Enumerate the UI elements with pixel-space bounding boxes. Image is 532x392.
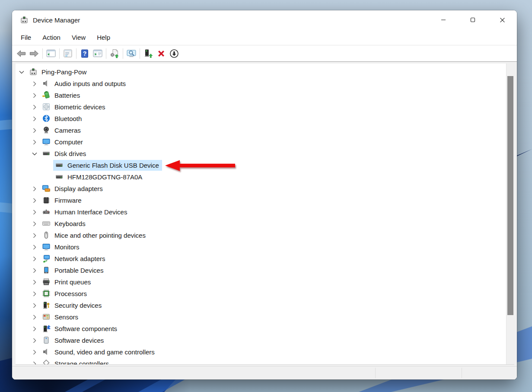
tree-item-storage-controllers[interactable]: Storage controllers (16, 358, 514, 365)
show-action-pane-icon[interactable] (91, 47, 104, 60)
chevron-right-icon[interactable] (32, 244, 38, 250)
chevron-right-icon[interactable] (32, 81, 38, 87)
minimize-button[interactable] (434, 13, 453, 26)
tree-item-label: Display adapters (54, 185, 103, 192)
tree-item-hfm128[interactable]: HFM128GDGTNG-87A0A (16, 171, 514, 183)
tree-item-cameras[interactable]: Cameras (16, 124, 514, 136)
chevron-right-icon[interactable] (32, 268, 38, 274)
tree-item-bluetooth[interactable]: Bluetooth (16, 113, 514, 124)
tree-item-firmware[interactable]: Firmware (16, 194, 514, 206)
tree-item-biometric[interactable]: Biometric devices (16, 101, 514, 113)
tree-item-label: Biometric devices (54, 103, 105, 111)
mouse-icon (42, 231, 51, 239)
chevron-right-icon[interactable] (32, 221, 38, 227)
forward-arrow-icon[interactable] (28, 47, 41, 60)
scan-for-hardware-changes-icon[interactable] (108, 47, 121, 60)
tree-item-print-queues[interactable]: Print queues (16, 276, 514, 288)
show-console-tree-icon[interactable] (45, 47, 57, 60)
tree-item-label: Batteries (54, 92, 80, 99)
chevron-right-icon[interactable] (32, 291, 38, 297)
tree-item-root[interactable]: Ping-Pang-Pow (16, 66, 514, 78)
computer-device-icon (29, 67, 38, 76)
chevron-right-icon[interactable] (32, 361, 38, 365)
tree-item-label: Network adapters (54, 255, 105, 262)
content-area: Ping-Pang-Pow Audio inputs and outputs B… (12, 61, 517, 379)
tree-list: Ping-Pang-Pow Audio inputs and outputs B… (16, 64, 514, 365)
chevron-right-icon[interactable] (32, 256, 38, 262)
disk-drive-icon (42, 149, 51, 158)
help-icon[interactable]: ? (78, 47, 91, 60)
chevron-right-icon[interactable] (32, 104, 38, 110)
menu-view[interactable]: View (72, 34, 86, 41)
desktop: Device Manager File Action View Help (0, 0, 532, 392)
tree-item-label: Portable Devices (54, 267, 103, 274)
chevron-right-icon[interactable] (32, 233, 38, 239)
tree-item-network-adapters[interactable]: Network adapters (16, 253, 514, 265)
chevron-right-icon[interactable] (32, 303, 38, 309)
menu-file[interactable]: File (21, 34, 31, 41)
chevron-down-icon[interactable] (32, 151, 38, 157)
menu-action[interactable]: Action (42, 34, 61, 41)
chevron-right-icon[interactable] (32, 116, 38, 122)
chevron-right-icon[interactable] (32, 139, 38, 145)
chevron-right-icon[interactable] (32, 127, 38, 134)
tree-item-label: Generic Flash Disk USB Device (67, 162, 159, 169)
chevron-right-icon[interactable] (32, 338, 38, 344)
tree-item-software-devices[interactable]: Software devices (16, 335, 514, 346)
portable-device-icon (42, 266, 51, 274)
back-arrow-icon[interactable] (15, 47, 28, 60)
tree-item-computer[interactable]: Computer (16, 136, 514, 148)
network-adapter-icon (42, 254, 51, 263)
tree-item-mice[interactable]: Mice and other pointing devices (16, 229, 514, 241)
tree-item-processors[interactable]: Processors (16, 288, 514, 300)
tree-item-hid[interactable]: Human Interface Devices (16, 206, 514, 218)
tree-item-label: Firmware (54, 197, 82, 204)
chevron-right-icon[interactable] (32, 326, 38, 332)
search-devices-icon[interactable] (125, 47, 138, 60)
chevron-right-icon[interactable] (32, 209, 38, 215)
monitor-icon (42, 137, 51, 146)
chevron-right-icon[interactable] (32, 349, 38, 355)
close-button[interactable] (493, 13, 512, 26)
speaker-icon (42, 347, 51, 356)
tree-item-batteries[interactable]: Batteries (16, 89, 514, 101)
tree-item-portable-devices[interactable]: Portable Devices (16, 265, 514, 276)
tree-item-keyboards[interactable]: Keyboards (16, 218, 514, 229)
uninstall-device-icon[interactable] (155, 47, 168, 60)
scrollbar-thumb[interactable] (507, 76, 513, 315)
tree-item-sound-controllers[interactable]: Sound, video and game controllers (16, 346, 514, 358)
chevron-right-icon[interactable] (32, 279, 38, 285)
tree-item-disk-drives[interactable]: Disk drives (16, 148, 514, 159)
toolbar: ? (12, 45, 517, 61)
processor-chip-icon (42, 289, 51, 298)
tree-item-label: Processors (54, 290, 87, 297)
toolbar-separator (59, 48, 60, 59)
menu-help[interactable]: Help (97, 34, 110, 41)
printer-icon (42, 277, 51, 286)
disable-device-icon[interactable] (168, 47, 181, 60)
tree-item-audio[interactable]: Audio inputs and outputs (16, 78, 514, 89)
tree-item-security-devices[interactable]: Security devices (16, 300, 514, 311)
tree-item-label: Cameras (54, 127, 81, 134)
chevron-right-icon[interactable] (32, 92, 38, 99)
status-bar-separator (462, 368, 462, 378)
chevron-right-icon[interactable] (32, 186, 38, 192)
maximize-button[interactable] (463, 13, 482, 26)
tree-item-display-adapters[interactable]: Display adapters (16, 183, 514, 194)
tree-item-label: Software components (54, 325, 117, 332)
properties-window-icon[interactable] (61, 47, 74, 60)
tree-item-software-components[interactable]: Software components (16, 323, 514, 335)
chevron-right-icon[interactable] (32, 314, 38, 320)
chevron-down-icon[interactable] (19, 69, 25, 75)
bluetooth-icon (42, 114, 51, 123)
tree-item-sensors[interactable]: Sensors (16, 311, 514, 323)
tree-item-label: Keyboards (54, 220, 86, 227)
chevron-right-icon[interactable] (32, 198, 38, 204)
toolbar-separator (123, 48, 123, 59)
tree-item-monitors[interactable]: Monitors (16, 241, 514, 253)
update-driver-icon[interactable] (142, 47, 155, 60)
camera-icon (42, 126, 51, 134)
security-key-icon (42, 301, 51, 309)
tree-item-generic-flash-disk[interactable]: Generic Flash Disk USB Device (16, 159, 514, 171)
vertical-scrollbar[interactable] (506, 64, 514, 364)
